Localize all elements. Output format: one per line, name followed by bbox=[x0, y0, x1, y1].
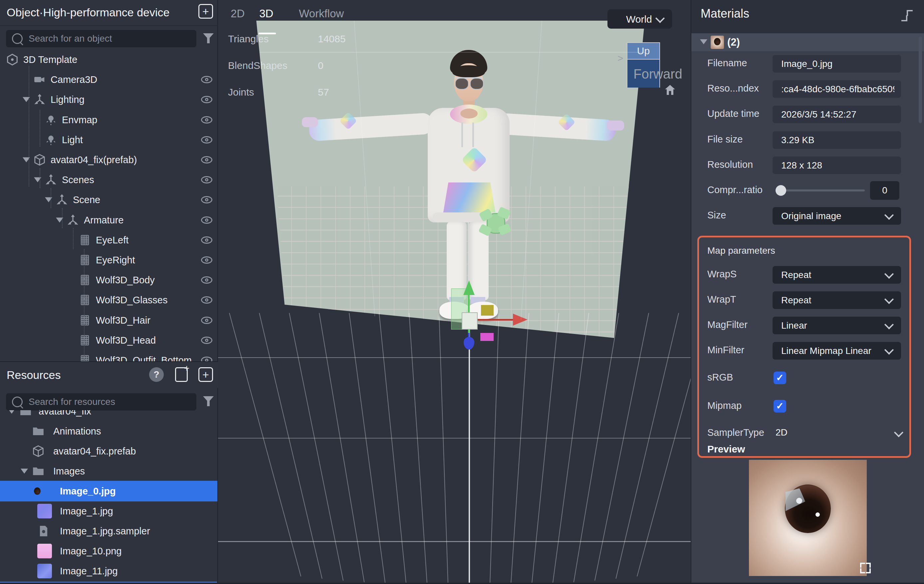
tree-row-envmap[interactable]: Envmap bbox=[0, 111, 217, 128]
visibility-eye-icon[interactable] bbox=[201, 136, 212, 144]
gizmo-z-arrow[interactable] bbox=[464, 337, 474, 350]
bulb-icon bbox=[45, 134, 57, 146]
tree-row-eyeleft[interactable]: EyeLeft bbox=[0, 232, 217, 248]
field-label-wraps: WrapS bbox=[707, 269, 737, 280]
tree-row-avatar04-fix-prefab-[interactable]: avatar04_fix(prefab) bbox=[0, 152, 217, 168]
node-label: Wolf3D_Body bbox=[96, 275, 155, 286]
eye-texture bbox=[785, 485, 831, 533]
panel-expand-icon[interactable] bbox=[901, 10, 913, 21]
resource-row-avatar04-fix-prefab[interactable]: avatar04_fix.prefab bbox=[0, 441, 217, 462]
new-resource-icon[interactable] bbox=[175, 367, 188, 382]
tab-2d[interactable]: 2D bbox=[231, 7, 245, 20]
tree-row-scene[interactable]: Scene bbox=[0, 192, 217, 208]
resources-list: avatar04_fixAnimationsavatar04_fix.prefa… bbox=[0, 410, 218, 582]
tree-row-wolf3d-head[interactable]: Wolf3D_Head bbox=[0, 332, 217, 349]
gizmo-xy-handle[interactable] bbox=[481, 305, 493, 316]
sampler-type-value[interactable]: 2D bbox=[776, 427, 787, 438]
file-icon bbox=[37, 525, 50, 538]
help-icon[interactable]: ? bbox=[149, 367, 164, 382]
tree-row-scenes[interactable]: Scenes bbox=[0, 172, 217, 188]
tree-row-wolf3d-outfit-bottom[interactable]: Wolf3D_Outfit_Bottom bbox=[0, 352, 217, 361]
vertical-scrollbar[interactable] bbox=[919, 36, 922, 123]
resource-label: Image_0.jpg bbox=[60, 486, 116, 497]
compression-slider-knob[interactable] bbox=[776, 185, 786, 196]
tree-row-wolf3d-hair[interactable]: Wolf3D_Hair bbox=[0, 312, 217, 329]
visibility-eye-icon[interactable] bbox=[201, 276, 212, 284]
visibility-eye-icon[interactable] bbox=[201, 237, 212, 244]
add-resource-button[interactable]: + bbox=[198, 367, 213, 382]
filter-icon[interactable] bbox=[203, 396, 214, 406]
resource-row-image-1-jpg[interactable]: Image_1.jpg bbox=[0, 501, 217, 521]
tree-row-3d-template[interactable]: 3D Template bbox=[0, 51, 217, 68]
object-panel: Object·High-performance device + 3D Temp… bbox=[0, 0, 218, 584]
field-dropdown[interactable]: Linear Mipmap Linear bbox=[772, 342, 901, 360]
resource-label: avatar04_fix.prefab bbox=[53, 446, 136, 457]
checkbox-srgb[interactable]: ✓ bbox=[774, 372, 786, 384]
resource-row-image-11-jpg[interactable]: Image_11.jpg bbox=[0, 561, 217, 581]
checkbox-mipmap[interactable]: ✓ bbox=[774, 400, 786, 412]
resource-search-input[interactable] bbox=[28, 396, 182, 407]
field-dropdown[interactable]: Repeat bbox=[772, 266, 901, 284]
visibility-eye-icon[interactable] bbox=[201, 116, 212, 124]
map-parameters-title: Map parameters bbox=[707, 245, 775, 256]
resource-row-image-1-jpg-sampler[interactable]: Image_1.jpg.sampler bbox=[0, 521, 217, 541]
add-object-button[interactable]: + bbox=[198, 4, 213, 19]
visibility-eye-icon[interactable] bbox=[201, 256, 212, 264]
tree-row-lighting[interactable]: Lighting bbox=[0, 91, 217, 108]
viewport-3d[interactable]: 2D3DWorkflow Triangles14085BlendShapes0J… bbox=[218, 0, 691, 584]
resource-row-animations[interactable]: Animations bbox=[0, 421, 217, 442]
tree-row-armature[interactable]: Armature bbox=[0, 212, 217, 228]
gizmo-x-arrow[interactable] bbox=[513, 314, 528, 326]
visibility-eye-icon[interactable] bbox=[201, 337, 212, 344]
expander-icon[interactable] bbox=[8, 410, 15, 414]
tree-row-wolf3d-body[interactable]: Wolf3D_Body bbox=[0, 272, 217, 288]
visibility-eye-icon[interactable] bbox=[201, 156, 212, 164]
object-search-input[interactable] bbox=[28, 33, 182, 44]
gizmo-center-handle[interactable] bbox=[462, 312, 478, 329]
visibility-eye-icon[interactable] bbox=[201, 296, 212, 304]
view-cube-up-face[interactable]: Up bbox=[627, 43, 659, 60]
resource-row-avatar04-fix[interactable]: avatar04_fix bbox=[0, 410, 217, 422]
resource-search[interactable] bbox=[6, 393, 196, 410]
visibility-eye-icon[interactable] bbox=[201, 317, 212, 324]
tab-workflow[interactable]: Workflow bbox=[299, 7, 344, 20]
visibility-eye-icon[interactable] bbox=[201, 217, 212, 224]
floor-grid-line bbox=[218, 438, 691, 438]
filter-icon[interactable] bbox=[203, 33, 214, 43]
home-icon[interactable] bbox=[663, 83, 676, 96]
texture-preview[interactable] bbox=[749, 460, 867, 576]
coordinate-space-dropdown[interactable]: World bbox=[607, 9, 672, 29]
material-group-row[interactable]: (2) bbox=[691, 33, 924, 51]
visibility-eye-icon[interactable] bbox=[201, 76, 212, 83]
tree-row-eyeright[interactable]: EyeRight bbox=[0, 252, 217, 268]
visibility-eye-icon[interactable] bbox=[201, 196, 212, 203]
tab-3d[interactable]: 3D bbox=[259, 7, 273, 20]
field-label-minfilter: MinFilter bbox=[707, 345, 744, 356]
object-search[interactable] bbox=[6, 30, 196, 47]
gizmo-xz-handle[interactable] bbox=[480, 333, 493, 341]
node-label: Envmap bbox=[62, 114, 97, 125]
scene-tree: 3D TemplateCamera3DLightingEnvmapLightav… bbox=[0, 46, 218, 361]
tree-row-camera3d[interactable]: Camera3D bbox=[0, 71, 217, 88]
node-label: avatar04_fix(prefab) bbox=[51, 154, 137, 165]
gizmo-y-arrow[interactable] bbox=[463, 280, 475, 295]
expander-icon[interactable] bbox=[21, 469, 28, 474]
stat-value: 14085 bbox=[318, 33, 345, 45]
resource-row-image-10-png[interactable]: Image_10.png bbox=[0, 541, 217, 561]
tree-row-wolf3d-glasses[interactable]: Wolf3D_Glasses bbox=[0, 292, 217, 308]
compression-value-box[interactable]: 0 bbox=[870, 181, 899, 200]
tree-guide-line bbox=[62, 208, 63, 228]
tree-row-light[interactable]: Light bbox=[0, 132, 217, 148]
resource-row-image-0-jpg[interactable]: Image_0.jpg bbox=[0, 481, 217, 501]
compression-slider-track[interactable] bbox=[776, 189, 865, 192]
visibility-eye-icon[interactable] bbox=[201, 96, 212, 103]
expander-icon[interactable] bbox=[700, 39, 707, 44]
preview-expand-icon[interactable] bbox=[860, 563, 871, 573]
field-dropdown[interactable]: Original image bbox=[772, 207, 901, 225]
resource-row-images[interactable]: Images bbox=[0, 461, 217, 481]
field-dropdown[interactable]: Linear bbox=[772, 317, 901, 334]
field-value-box: 3.29 KB bbox=[772, 131, 901, 149]
field-dropdown[interactable]: Repeat bbox=[772, 291, 901, 309]
visibility-eye-icon[interactable] bbox=[201, 357, 212, 361]
visibility-eye-icon[interactable] bbox=[201, 176, 212, 184]
